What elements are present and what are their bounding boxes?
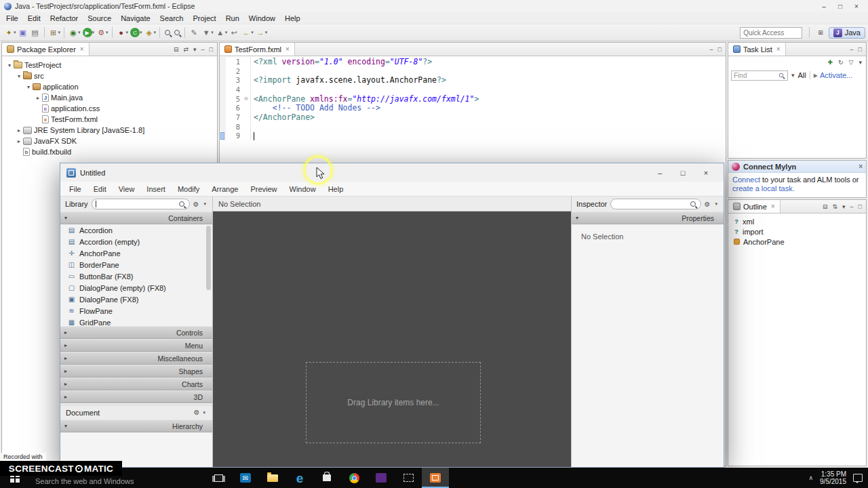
code-line[interactable]: 2 [220,66,726,76]
activate-link[interactable]: Activate... [820,71,852,79]
section-menu[interactable]: ▸Menu [60,339,212,352]
menu-window[interactable]: Window [244,14,280,23]
design-canvas[interactable]: Drag Library items here... [213,211,571,467]
last-edit-location-button[interactable]: ↩ [228,26,240,39]
tab-task-list[interactable]: Task List × [728,43,786,56]
library-item[interactable]: ◫BorderPane [60,259,212,270]
find-input[interactable]: Find [731,70,788,81]
filter-icon[interactable]: ▽ [848,59,855,66]
tree-item[interactable]: ▸JRE System Library [JavaSE-1.8] [2,125,217,136]
connect-link[interactable]: Connect [732,176,760,184]
synchronize-icon[interactable]: ↻ [837,59,845,66]
dropdown-arrow-icon[interactable]: ▾ [211,30,214,35]
minimize-icon[interactable]: – [200,46,206,53]
tree-item[interactable]: xTestForm.fxml [2,114,217,125]
tree-item[interactable]: ▾TestProject [2,60,217,70]
menu-refactor[interactable]: Refactor [45,14,83,23]
back-button[interactable]: ←▾ [240,26,254,39]
java-perspective-button[interactable]: J Java [829,27,865,39]
menu-project[interactable]: Project [188,14,220,23]
dropdown-arrow-icon[interactable]: ▾ [106,30,108,35]
taskbar-app-store[interactable] [313,468,340,488]
sb-menu-help[interactable]: Help [322,184,350,195]
close-button[interactable]: × [694,166,717,180]
create-local-task-link[interactable]: create a local task. [732,184,795,192]
sb-menu-preview[interactable]: Preview [244,184,283,195]
taskbar-app-command-prompt[interactable] [395,468,422,488]
taskbar-app-mail[interactable]: ✉ [232,468,259,488]
run-button[interactable]: ▶▾ [81,26,96,39]
link-with-editor-icon[interactable]: ⇄ [182,46,190,53]
coverage-button[interactable]: ●▾ [115,26,130,39]
scrollbar[interactable] [206,226,211,290]
dropdown-arrow-icon[interactable]: ▾ [92,30,95,35]
tray-expand-icon[interactable]: ∧ [808,474,813,481]
drop-zone[interactable]: Drag Library items here... [306,362,481,443]
section-hierarchy[interactable]: ▾ Hierarchy [60,420,212,432]
section-properties[interactable]: ▾ Properties [572,211,724,224]
library-item[interactable]: ▣DialogPane (FX8) [60,293,212,305]
tab-package-explorer[interactable]: Package Explorer × [2,43,90,56]
collapse-all-icon[interactable]: ⊟ [821,203,829,210]
view-menu-icon[interactable]: ▾ [857,59,863,66]
outline-item[interactable]: ?xml [728,216,866,226]
new-class-button[interactable]: C▾ [129,26,143,39]
section-charts[interactable]: ▸Charts [60,378,212,390]
tab-testform-fxml[interactable]: TestForm.fxml × [220,43,295,56]
taskbar-app-chrome[interactable] [340,468,368,488]
minimize-icon[interactable]: – [849,203,855,210]
close-icon[interactable]: × [776,45,781,53]
library-item[interactable]: ▦GridPane [60,317,212,326]
chevron-expanded-icon[interactable]: ▾ [6,62,13,68]
sb-menu-modify[interactable]: Modify [172,184,205,195]
maximize-button[interactable]: □ [671,166,694,180]
close-button[interactable]: × [849,1,864,11]
chevron-down-icon[interactable]: ▾ [713,201,719,207]
chevron-collapsed-icon[interactable]: ▸ [35,95,41,101]
taskbar-app-scene-builder[interactable] [422,468,449,488]
tree-item[interactable]: ▾src [2,70,217,81]
collapse-all-icon[interactable]: ⊟ [172,46,180,53]
scene-builder-titlebar[interactable]: Untitled – □ × [60,163,724,182]
chevron-expanded-icon[interactable]: ▾ [25,84,32,90]
next-annotation-button[interactable]: ▼▾ [200,26,214,39]
menu-help[interactable]: Help [280,14,305,23]
tab-outline[interactable]: Outline × [728,200,781,213]
library-item[interactable]: ▤Accordion (empty) [60,236,212,247]
menu-source[interactable]: Source [83,14,116,23]
taskbar-clock[interactable]: 1:35 PM 9/5/2015 [820,470,846,485]
scope-all-dropdown[interactable]: All [798,71,806,79]
library-item[interactable]: ✛AnchorPane [60,247,212,259]
close-icon[interactable]: × [285,45,290,53]
fold-collapse-icon[interactable]: ⊖ [244,95,248,102]
external-tools-button[interactable]: ⚙▾ [95,26,109,39]
outline-item[interactable]: AnchorPane [728,237,866,247]
sb-menu-view[interactable]: View [113,184,141,195]
quick-access-input[interactable] [740,27,802,39]
tree-item[interactable]: ▾application [2,81,217,92]
print-button[interactable]: ▤ [29,26,41,39]
maximize-button[interactable]: □ [833,1,848,11]
dropdown-arrow-icon[interactable]: ▾ [78,30,81,35]
taskbar-app-app-purple[interactable] [368,468,395,488]
chevron-down-icon[interactable]: ▾ [201,410,207,415]
code-line[interactable]: 8 [220,122,726,131]
maximize-icon[interactable]: □ [717,46,723,53]
save-button[interactable]: ▣ [17,26,29,39]
chevron-collapsed-icon[interactable]: ▸ [16,138,22,144]
code-line[interactable]: 5⊖<AnchorPane xmlns:fx="http://javafx.co… [220,94,726,104]
debug-button[interactable]: ◉▾ [67,26,81,39]
tree-item[interactable]: capplication.css [2,103,217,114]
new-task-icon[interactable]: ✚ [826,59,834,66]
library-item[interactable]: ▢DialogPane (empty) (FX8) [60,282,212,293]
chevron-expanded-icon[interactable]: ▾ [16,73,22,79]
sb-menu-file[interactable]: File [63,184,87,195]
menu-search[interactable]: Search [155,14,189,23]
library-item[interactable]: ▭ButtonBar (FX8) [60,270,212,282]
library-item[interactable]: ≋FlowPane [60,305,212,317]
eclipse-titlebar[interactable]: Java - TestProject/src/application/TestF… [0,0,868,12]
minimize-button[interactable]: – [816,1,831,11]
section-containers[interactable]: ▾ Containers [60,211,212,224]
dropdown-arrow-icon[interactable]: ▾ [225,30,228,35]
view-menu-icon[interactable]: ▾ [192,46,198,53]
